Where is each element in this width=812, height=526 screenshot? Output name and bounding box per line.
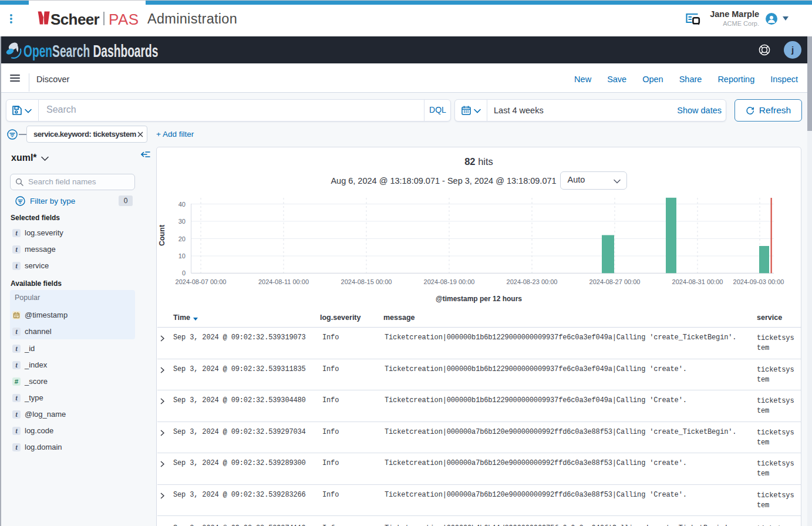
svg-text:10: 10 (178, 252, 186, 259)
svg-text:0: 0 (182, 269, 186, 277)
svg-text:2024-08-27 00:00: 2024-08-27 00:00 (589, 278, 641, 285)
svg-text:30: 30 (178, 218, 186, 225)
svg-text:40: 40 (178, 201, 186, 208)
svg-text:2024-08-31 00:00: 2024-08-31 00:00 (672, 278, 723, 285)
svg-text:2024-08-19 00:00: 2024-08-19 00:00 (424, 278, 475, 285)
svg-text:20: 20 (178, 235, 186, 242)
svg-text:2024-08-15 00:00: 2024-08-15 00:00 (341, 278, 392, 285)
svg-text:Count: Count (158, 224, 166, 246)
svg-text:2024-09-03 00:00: 2024-09-03 00:00 (733, 278, 784, 285)
svg-text:2024-08-23 00:00: 2024-08-23 00:00 (507, 278, 558, 285)
svg-text:2024-08-07 00:00: 2024-08-07 00:00 (176, 278, 227, 285)
svg-text:2024-08-11 00:00: 2024-08-11 00:00 (258, 278, 309, 285)
